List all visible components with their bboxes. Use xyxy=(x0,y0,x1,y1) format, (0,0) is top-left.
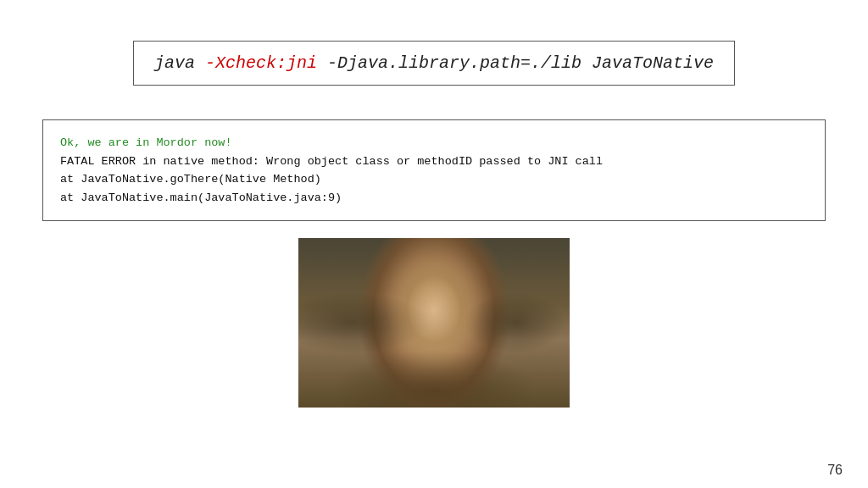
output-line-1: Ok, we are in Mordor now! xyxy=(60,134,808,152)
command-wrapper: java -Xcheck:jni -Djava.library.path=./l… xyxy=(34,25,834,104)
output-line-3: at JavaToNative.goThere(Native Method) xyxy=(60,170,808,189)
frodo-image xyxy=(298,238,570,408)
command-java: java xyxy=(154,53,205,73)
slide: java -Xcheck:jni -Djava.library.path=./l… xyxy=(0,0,868,488)
command-xcheck: -Xcheck:jni xyxy=(205,53,317,73)
page-number: 76 xyxy=(827,463,843,478)
command-rest: -Djava.library.path=./lib JavaToNative xyxy=(317,53,714,73)
output-line-2: FATAL ERROR in native method: Wrong obje… xyxy=(60,152,808,171)
command-box: java -Xcheck:jni -Djava.library.path=./l… xyxy=(133,41,735,86)
image-container xyxy=(34,238,834,408)
output-line-4: at JavaToNative.main(JavaToNative.java:9… xyxy=(60,189,808,208)
output-box: Ok, we are in Mordor now! FATAL ERROR in… xyxy=(42,119,826,221)
